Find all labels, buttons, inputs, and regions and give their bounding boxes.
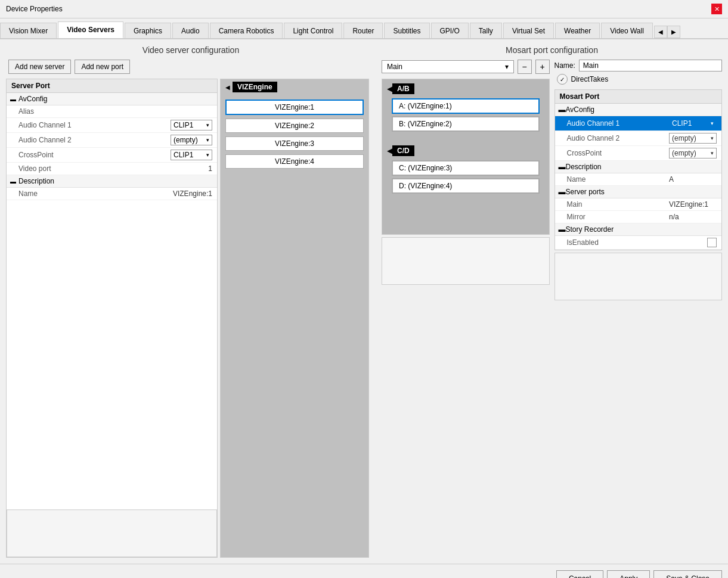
mosart-port-config-title: Mosart port configuration — [382, 45, 722, 55]
mosart-audio-channel-1-row[interactable]: Audio Channel 1 CLIP1 ▾ — [555, 116, 722, 131]
tab-virtual-set[interactable]: Virtual Set — [503, 23, 554, 39]
mosart-bottom-strip — [382, 237, 550, 285]
tab-tally[interactable]: Tally — [470, 23, 502, 39]
video-port-label: Video port — [18, 164, 208, 173]
mosart-server-ports-collapse-icon: ▬ — [559, 188, 566, 196]
mosart-name-row: Name: — [554, 60, 723, 72]
mosart-audio-channel-2-arrow-icon: ▾ — [711, 135, 714, 141]
description-group-header[interactable]: ▬ Description — [7, 175, 217, 188]
tab-subtitles[interactable]: Subtitles — [384, 23, 429, 39]
mosart-name-label: Name: — [554, 61, 575, 70]
tab-nav-left[interactable]: ◀ — [654, 26, 667, 38]
mosart-is-enabled-label: IsEnabled — [567, 238, 708, 247]
mosart-port-dropdown-value: Main — [387, 63, 402, 71]
close-button[interactable]: ✕ — [711, 4, 722, 14]
mosart-description-collapse-icon: ▬ — [559, 163, 566, 171]
mosart-port-dropdown[interactable]: Main ▾ — [382, 60, 514, 73]
save-close-button[interactable]: Save & Close — [653, 570, 722, 578]
add-new-port-button[interactable]: Add new port — [75, 60, 130, 74]
tab-router[interactable]: Router — [343, 23, 383, 39]
tab-camera-robotics[interactable]: Camera Robotics — [210, 23, 283, 39]
ab-label: A/B — [392, 83, 414, 94]
cd-label: C/D — [392, 145, 414, 156]
cd-collapse-icon: ◀ — [387, 147, 392, 155]
viz-engine-item-4[interactable]: VIZEngine:4 — [225, 154, 364, 169]
mosart-plus-button[interactable]: + — [535, 60, 550, 74]
tab-light-control[interactable]: Light Control — [284, 23, 342, 39]
audio-channel-2-label: Audio Channel 2 — [18, 136, 171, 144]
cd-item-c-label: C: (VIZEngine:3) — [399, 164, 452, 172]
tab-weather[interactable]: Weather — [555, 23, 600, 39]
viz-engine-label: VIZEngine — [233, 82, 277, 92]
mosart-toolbar: Main ▾ − + — [382, 60, 550, 74]
tab-video-wall[interactable]: Video Wall — [601, 23, 653, 39]
video-port-value: 1 — [208, 164, 212, 173]
ab-collapse-icon: ◀ — [387, 85, 392, 93]
audio-channel-1-value: CLIP1 — [174, 121, 193, 129]
mosart-props-bottom-strip — [554, 253, 723, 300]
crosspoint-value: CLIP1 — [174, 151, 193, 159]
mosart-name-input[interactable] — [579, 60, 722, 72]
audio-channel-1-dropdown[interactable]: CLIP1 ▾ — [171, 120, 212, 130]
cd-item-c[interactable]: C: (VIZEngine:3) — [392, 160, 540, 176]
server-port-tree: ▬ AvConfig Alias Audio Channel 1 C — [7, 93, 217, 507]
mosart-main-label: Main — [567, 200, 670, 209]
viz-engine-item-3[interactable]: VIZEngine:3 — [225, 136, 364, 151]
ab-item-a[interactable]: A: (VIZEngine:1) — [392, 98, 540, 114]
sections-row: Video server configuration Add new serve… — [6, 45, 722, 558]
mosart-mirror-value: n/a — [669, 213, 717, 221]
crosspoint-dropdown[interactable]: CLIP1 ▾ — [171, 150, 212, 160]
tab-nav-right[interactable]: ▶ — [667, 26, 680, 38]
mosart-story-recorder-label: Story Recorder — [566, 225, 614, 234]
audio-channel-1-row: Audio Channel 1 CLIP1 ▾ — [7, 118, 217, 133]
audio-channel-2-arrow-icon: ▾ — [206, 137, 209, 143]
direct-takes-check-icon[interactable]: ✓ — [557, 74, 568, 85]
ab-item-b-label: B: (VIZEngine:2) — [399, 120, 452, 128]
tab-vision-mixer[interactable]: Vision Mixer — [0, 23, 57, 39]
mosart-audio-channel-1-value: CLIP1 — [672, 119, 692, 128]
mosart-server-ports-group-header[interactable]: ▬ Server ports — [555, 186, 722, 198]
mosart-minus-button[interactable]: − — [518, 60, 532, 74]
audio-channel-1-arrow-icon: ▾ — [206, 122, 209, 128]
tab-graphics[interactable]: Graphics — [125, 23, 171, 39]
cd-item-d[interactable]: D: (VIZEngine:4) — [392, 178, 540, 194]
mosart-crosspoint-dropdown[interactable]: (empty) ▾ — [669, 148, 717, 159]
mosart-description-label: Description — [566, 163, 602, 171]
alias-row: Alias — [7, 105, 217, 118]
viz-engine-item-1[interactable]: VIZEngine:1 — [225, 100, 364, 115]
ab-item-b[interactable]: B: (VIZEngine:2) — [392, 116, 540, 132]
add-new-server-button[interactable]: Add new server — [8, 60, 71, 74]
mosart-mirror-row: Mirror n/a — [555, 211, 722, 223]
tab-gpi-o[interactable]: GPI/O — [431, 23, 469, 39]
cd-group: ◀ C/D C: (VIZEngine:3) D: (VIZEngine:4) — [382, 141, 549, 198]
viz-engine-item-4-label: VIZEngine:4 — [275, 157, 314, 166]
ab-item-a-label: A: (VIZEngine:1) — [399, 102, 452, 110]
mosart-audio-channel-2-dropdown[interactable]: (empty) ▾ — [669, 133, 717, 144]
tab-audio[interactable]: Audio — [172, 23, 209, 39]
mosart-audio-channel-2-row: Audio Channel 2 (empty) ▾ — [555, 131, 722, 146]
ab-group: ◀ A/B A: (VIZEngine:1) B: (VIZEngine:2) — [382, 79, 549, 136]
viz-engine-item-2-label: VIZEngine:2 — [275, 122, 314, 130]
mosart-description-group-header[interactable]: ▬ Description — [555, 161, 722, 173]
video-port-row: Video port 1 — [7, 163, 217, 175]
video-server-toolbar: Add new server Add new port — [6, 60, 376, 74]
cancel-button[interactable]: Cancel — [556, 570, 603, 578]
viz-collapse-icon: ◀ — [225, 84, 230, 91]
viz-engine-item-2[interactable]: VIZEngine:2 — [225, 119, 364, 133]
mosart-story-recorder-group-header[interactable]: ▬ Story Recorder — [555, 223, 722, 236]
description-collapse-icon: ▬ — [10, 178, 16, 185]
audio-channel-2-dropdown[interactable]: (empty) ▾ — [171, 135, 212, 145]
tab-video-servers[interactable]: Video Servers — [58, 21, 123, 39]
apply-button[interactable]: Apply — [607, 570, 650, 578]
mosart-is-enabled-checkbox[interactable] — [707, 238, 717, 247]
avconfig-group-header[interactable]: ▬ AvConfig — [7, 93, 217, 105]
mosart-port-config-section: Mosart port configuration Main ▾ − + — [376, 45, 722, 558]
audio-channel-2-row: Audio Channel 2 (empty) ▾ — [7, 133, 217, 148]
audio-channel-2-value: (empty) — [174, 136, 198, 144]
mosart-audio-channel-1-dropdown[interactable]: CLIP1 ▾ — [669, 118, 717, 129]
ab-items: A: (VIZEngine:1) B: (VIZEngine:2) — [387, 96, 544, 134]
viz-engine-item-1-label: VIZEngine:1 — [275, 103, 314, 111]
mosart-avconfig-group-header[interactable]: ▬ AvConfig — [555, 104, 722, 116]
ab-group-header: ◀ A/B — [387, 82, 544, 96]
mosart-audio-channel-1-label: Audio Channel 1 — [567, 119, 670, 128]
